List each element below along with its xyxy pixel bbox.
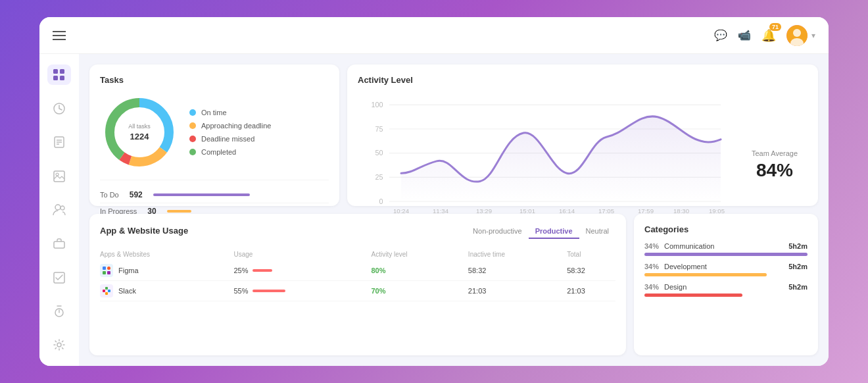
legend-approaching: Approaching deadline [189,122,329,130]
svg-rect-52 [105,292,108,295]
sidebar-item-clock[interactable] [47,98,71,118]
notification-badge: 71 [769,23,781,31]
svg-rect-45 [103,267,106,270]
svg-rect-50 [108,290,110,292]
category-communication: 34% Communication 5h2m [644,242,808,256]
notification-icon[interactable]: 🔔 71 [761,28,776,43]
stat-todo-bar [153,193,250,196]
app-name-slack: Slack [100,281,233,301]
svg-rect-49 [103,290,105,292]
cat-design-time: 5h2m [788,283,808,291]
table-row: Slack 55% 70% 21:03 [100,281,615,301]
content-area: Tasks [79,54,829,366]
hamburger-menu[interactable] [53,31,66,40]
team-avg-label: Team Average [752,149,798,157]
cat-design-pct: 34% [644,283,659,291]
topbar-right: 💬 📹 🔔 71 ▾ [714,25,815,46]
cat-comm-time: 5h2m [788,242,808,250]
chat-icon[interactable]: 💬 [714,29,727,41]
stat-todo-bar-container [153,193,329,196]
main-layout: Tasks [39,54,829,366]
svg-rect-3 [53,69,58,74]
cat-dev-name: Development [664,263,783,270]
app-container: 💬 📹 🔔 71 ▾ [39,17,829,366]
category-development: 34% Development 5h2m [644,263,808,276]
topbar: 💬 📹 🔔 71 ▾ [39,17,829,54]
donut-center: All tasks 1224 [128,122,151,143]
cat-dev-bar [644,273,767,276]
sidebar-item-checklist[interactable] [47,267,71,288]
legend-label-ontime: On time [201,109,227,116]
activity-title: Activity Level [358,75,808,85]
video-icon[interactable]: 📹 [738,29,751,41]
svg-point-21 [57,343,61,347]
svg-text:13:29: 13:29 [476,207,492,215]
col-activity: Activity level [372,248,468,261]
cat-dev-pct: 34% [644,263,659,270]
legend-dot-missed [189,136,196,142]
stat-inprogress-bar-container [167,210,329,213]
sidebar-item-timer[interactable] [47,301,71,321]
table-row: Figma 25% 80% 58:32 [100,261,615,281]
legend-label-approaching: Approaching deadline [201,122,271,130]
svg-text:15:01: 15:01 [519,207,535,215]
sidebar-item-image[interactable] [47,166,71,186]
svg-rect-51 [105,287,108,290]
sidebar-item-settings[interactable] [47,335,71,355]
svg-point-15 [60,206,64,210]
team-avg-value: 84% [756,160,793,181]
legend-ontime: On time [189,109,329,116]
figma-inactive: 58:32 [468,261,567,281]
slack-total: 21:03 [567,281,615,301]
sidebar-item-dashboard[interactable] [47,64,71,85]
tasks-legend: On time Approaching deadline Deadline mi… [189,93,329,172]
cat-comm-name: Communication [664,242,783,250]
svg-rect-46 [107,267,110,270]
svg-text:75: 75 [375,125,383,133]
cat-dev-time: 5h2m [788,263,808,270]
tasks-card: Tasks [89,64,339,206]
svg-text:0: 0 [379,197,383,205]
slack-inactive: 21:03 [468,281,567,301]
cat-design-name: Design [664,283,783,291]
col-total: Total [567,248,615,261]
topbar-left [53,31,66,40]
usage-table-header: Apps & Websites Usage Activity level Ina… [100,248,615,261]
tasks-body: All tasks 1224 On time [100,93,329,172]
sidebar [39,54,79,366]
avatar [786,25,808,46]
col-usage: Usage [233,248,371,261]
svg-rect-6 [60,76,64,80]
usage-table: Apps & Websites Usage Activity level Ina… [100,248,615,301]
svg-text:100: 100 [371,101,383,109]
svg-rect-5 [53,76,58,80]
figma-activity: 80% [372,261,468,281]
svg-rect-16 [54,242,64,248]
app-name-figma: Figma [100,261,233,281]
cat-comm-bar [644,253,808,256]
cat-design-bar [644,294,742,297]
svg-text:50: 50 [375,149,383,157]
row1: Tasks [89,64,818,206]
svg-point-1 [793,29,801,37]
svg-rect-4 [60,69,64,74]
legend-label-completed: Completed [201,148,236,156]
stat-todo: To Do 592 [100,187,329,203]
legend-dot-completed [189,149,196,155]
legend-label-missed: Deadline missed [201,135,254,143]
svg-text:11:34: 11:34 [433,207,449,215]
sidebar-item-briefcase[interactable] [47,234,71,254]
figma-usage: 25% [233,261,371,281]
chevron-down-icon: ▾ [811,31,815,40]
user-avatar-container[interactable]: ▾ [786,25,815,46]
svg-text:25: 25 [375,173,383,181]
legend-dot-ontime [189,109,196,116]
slack-icon [100,284,113,297]
sidebar-item-notes[interactable] [47,132,71,153]
cat-comm-pct: 34% [644,242,659,250]
sidebar-item-users[interactable] [47,199,71,220]
legend-completed: Completed [189,148,329,156]
legend-missed: Deadline missed [189,135,329,143]
svg-text:19:05: 19:05 [709,207,725,215]
slack-usage: 55% [233,281,371,301]
